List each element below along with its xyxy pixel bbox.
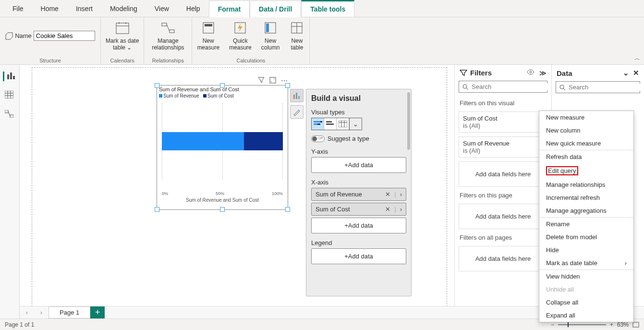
xaxis-label: X-axis (311, 179, 406, 186)
build-title: Build a visual (311, 94, 406, 103)
close-icon[interactable]: ✕ (633, 69, 639, 77)
ctx-new-column[interactable]: New column (539, 124, 633, 137)
menu-insert[interactable]: Insert (67, 0, 101, 17)
ctx-rename[interactable]: Rename (539, 218, 633, 231)
suggest-toggle[interactable]: Off (311, 135, 325, 142)
filters-search[interactable] (459, 81, 547, 93)
menu-table-tools[interactable]: Table tools (301, 0, 354, 17)
panel-scrollbar[interactable] (407, 92, 410, 150)
model-view-button[interactable] (5, 110, 14, 120)
data-search[interactable] (556, 81, 640, 93)
mark-date-label: Mark as date table ⌄ (106, 37, 139, 51)
svg-rect-23 (5, 110, 8, 113)
manage-relationships-button[interactable]: Manage relationships (147, 20, 189, 51)
filter-icon[interactable] (258, 77, 265, 85)
ctx-view-hidden[interactable]: View hidden (539, 270, 633, 283)
ctx-delete[interactable]: Delete from model (539, 231, 633, 244)
page-next[interactable]: › (34, 309, 49, 316)
collapse-pane-icon[interactable]: ≫ (539, 69, 547, 77)
menu-data-drill[interactable]: Data / Drill (250, 0, 301, 17)
filter-card-cost[interactable]: Sum of Cost is (All) (459, 111, 547, 133)
ctx-new-measure[interactable]: New measure (539, 111, 633, 124)
ctx-manage-aggregations[interactable]: Manage aggregations (539, 204, 633, 217)
add-page-button[interactable]: + (90, 306, 105, 318)
ctx-incremental-refresh[interactable]: Incremental refresh (539, 191, 633, 204)
filters-visual-label: Filters on this visual (455, 97, 551, 110)
table-context-menu: New measure New column New quick measure… (539, 110, 634, 322)
ctx-expand-all[interactable]: Expand all (539, 309, 633, 322)
page-prev[interactable]: ‹ (20, 309, 34, 316)
svg-rect-35 (326, 123, 334, 125)
menu-file[interactable]: File (4, 0, 32, 17)
chevron-right-icon[interactable]: › (400, 206, 402, 213)
vtype-dropdown[interactable]: ⌄ (350, 118, 362, 130)
mark-as-date-table-button[interactable]: Mark as date table ⌄ (101, 20, 144, 51)
remove-icon[interactable]: ✕ (385, 191, 390, 198)
page-tab-1[interactable]: Page 1 (49, 306, 90, 318)
new-measure-button[interactable]: New measure (192, 20, 224, 51)
chevron-right-icon[interactable]: › (400, 191, 402, 198)
ctx-new-quick-measure[interactable]: New quick measure (539, 137, 633, 150)
data-view-button[interactable] (5, 91, 14, 100)
vtype-table[interactable] (337, 118, 349, 130)
xaxis-field-cost[interactable]: Sum of Cost ✕|› (311, 203, 406, 216)
legend-dot-revenue (159, 94, 162, 98)
menu-view[interactable]: View (146, 0, 178, 17)
svg-rect-5 (170, 30, 174, 33)
menu-modeling[interactable]: Modeling (101, 0, 146, 17)
report-canvas[interactable]: ⋯ Sum of Revenue and Sum of Cost Sum of … (20, 65, 454, 318)
vtype-clustered-bar[interactable] (324, 118, 337, 130)
svg-rect-33 (317, 123, 320, 125)
build-visual-tab[interactable] (290, 89, 304, 102)
filter-drop-all[interactable]: Add data fields here (459, 246, 547, 271)
filter-drop-page[interactable]: Add data fields here (459, 204, 547, 229)
group-calendars: Calendars (110, 58, 134, 63)
format-visual-tab[interactable] (290, 105, 304, 119)
menu-home[interactable]: Home (32, 0, 67, 17)
svg-point-40 (530, 71, 532, 73)
report-view-button[interactable] (3, 72, 12, 81)
zoom-slider[interactable] (558, 324, 606, 325)
new-table-button[interactable]: New table (284, 20, 309, 51)
ctx-hide[interactable]: Hide (539, 244, 633, 257)
new-table-label: New table (291, 37, 303, 51)
vtype-stacked-bar[interactable] (312, 118, 324, 130)
svg-line-44 (563, 88, 565, 90)
group-structure: Structure (39, 58, 61, 63)
chevron-down-icon[interactable]: ⌄ (623, 69, 629, 77)
tag-icon (5, 32, 13, 40)
fit-page-icon[interactable] (632, 322, 639, 328)
filters-search-input[interactable] (472, 83, 552, 90)
bar-revenue (162, 132, 244, 150)
data-search-input[interactable] (569, 84, 644, 91)
new-measure-label: New measure (197, 37, 219, 51)
new-column-button[interactable]: New column (256, 20, 285, 51)
ctx-manage-relationships[interactable]: Manage relationships (539, 178, 633, 191)
menu-format[interactable]: Format (209, 0, 250, 17)
filter-state: is (All) (463, 122, 543, 129)
chart-visual[interactable]: ⋯ Sum of Revenue and Sum of Cost Sum of … (157, 85, 288, 210)
build-visual-panel: Build a visual Visual types ⌄ Off Sugges… (306, 89, 412, 296)
filter-drop-visual[interactable]: Add data fields here (459, 161, 547, 187)
xaxis-field-revenue[interactable]: Sum of Revenue ✕|› (311, 188, 406, 201)
eye-icon[interactable] (527, 69, 535, 77)
search-icon (559, 84, 566, 91)
remove-icon[interactable]: ✕ (385, 206, 390, 213)
menu-bar: File Home Insert Modeling View Help Form… (0, 0, 644, 17)
yaxis-well[interactable]: +Add data (311, 157, 406, 173)
ctx-edit-query[interactable]: Edit query (539, 163, 633, 178)
name-input[interactable] (34, 31, 95, 41)
ctx-refresh-data[interactable]: Refresh data (539, 150, 633, 163)
xaxis-well[interactable]: +Add data (311, 218, 406, 233)
group-relationships: Relationships (152, 58, 184, 63)
menu-help[interactable]: Help (178, 0, 209, 17)
visual-type-picker[interactable] (311, 118, 350, 130)
chevron-right-icon: › (625, 259, 627, 267)
collapse-ribbon-button[interactable]: ︿ (634, 54, 640, 62)
ctx-collapse-all[interactable]: Collapse all (539, 296, 633, 309)
ctx-mark-date[interactable]: Mark as date table› (539, 257, 633, 269)
quick-measure-button[interactable]: Quick measure (224, 20, 256, 51)
legend-well[interactable]: +Add data (311, 248, 406, 264)
focus-mode-icon[interactable] (269, 77, 276, 85)
filter-card-revenue[interactable]: Sum of Revenue is (All) (459, 136, 547, 158)
